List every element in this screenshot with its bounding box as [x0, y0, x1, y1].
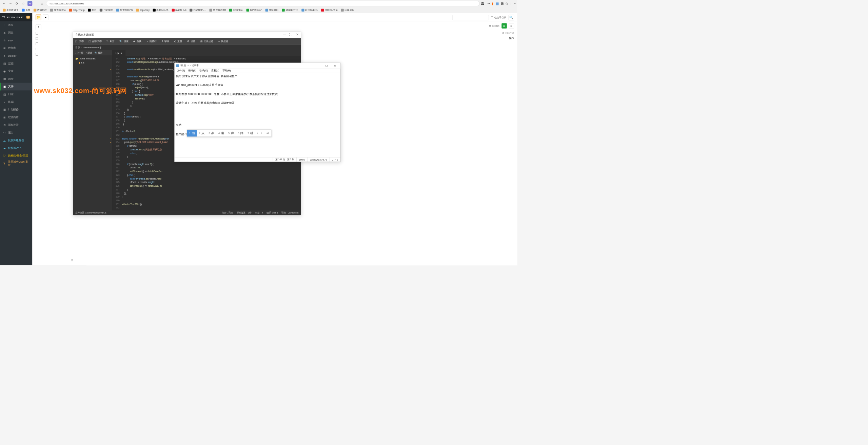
sidebar-item-软件商店[interactable]: ⊞软件商店 — [0, 113, 32, 121]
bookmark-item[interactable]: 麦克风测试 — [49, 8, 67, 12]
bookmark-item[interactable]: 代码加密-… — [189, 8, 208, 12]
bookmark-item[interactable]: 粉丝库/刷抖 — [300, 8, 319, 12]
reload-button[interactable]: ⟳ — [15, 1, 19, 6]
notepad-minimize[interactable]: — — [315, 63, 323, 68]
sidebar-item-退出[interactable]: ↪退出 — [0, 129, 32, 137]
sidebar-item-Docker[interactable]: ◈Docker — [0, 52, 32, 60]
sidebar-item-监控[interactable]: ▤监控 — [0, 60, 32, 68]
tree-search-button[interactable]: 🔍 搜索 — [95, 51, 102, 54]
tree-folder[interactable]: 📁 node_modules — [73, 57, 112, 61]
sidebar-item-安全[interactable]: ◉安全 — [0, 67, 32, 75]
editor-tool-搜索[interactable]: 🔍搜索 — [117, 38, 131, 44]
row-checkbox[interactable] — [36, 48, 38, 51]
ext-icon[interactable]: ⊞ — [501, 1, 504, 5]
notepad-close[interactable]: ✕ — [331, 63, 339, 68]
back-button[interactable]: ← — [2, 1, 6, 6]
ime-candidate[interactable]: 7穗 — [245, 130, 255, 136]
notepad-maximize[interactable]: ☐ — [323, 63, 331, 68]
upload-button[interactable]: ↑ — [36, 24, 41, 30]
ime-prev[interactable]: ‹ — [255, 131, 260, 135]
minimize-button[interactable]: — — [283, 33, 286, 37]
ime-next[interactable]: › — [260, 131, 264, 135]
bookmark-item[interactable]: 福彩快乐8 — [171, 8, 188, 12]
bookmark-item[interactable]: Bitly. The p — [68, 8, 86, 12]
more-icon[interactable]: ⋯ — [487, 1, 490, 5]
notepad-menu-item[interactable]: 编辑(E) — [186, 69, 198, 72]
bookmark-item[interactable]: 百度 — [21, 8, 32, 12]
sidebar-item-文件[interactable]: ▣文件 — [0, 83, 32, 91]
folder-tab-icon[interactable]: 📁 — [36, 14, 41, 20]
notepad-content[interactable]: 然后 如果有代币大于你设置的阈值 就会自动提币 var max_amount =… — [175, 73, 340, 157]
row-checkbox[interactable] — [36, 32, 38, 35]
editor-tool-快捷键[interactable]: ●快捷键 — [216, 38, 231, 44]
sidebar-item-终端[interactable]: ▸终端 — [0, 98, 32, 106]
ime-candidate[interactable]: 1随 — [187, 130, 197, 136]
sidebar-item-抗投诉VPS[interactable]: ☁抗投诉VPS — [0, 144, 32, 152]
sidebar-item-数据库[interactable]: ⊞数据库 — [0, 44, 32, 52]
sidebar-item-面板设置[interactable]: ⚙面板设置 — [0, 121, 32, 129]
sidebar-item-计划任务[interactable]: ☰计划任务 — [0, 106, 32, 114]
key-icon[interactable]: ⚿ — [481, 2, 485, 5]
bookmark-item[interactable]: http://pay — [135, 8, 151, 12]
ime-emoji[interactable]: ☺ — [264, 131, 272, 135]
ime-candidate[interactable]: 6隋 — [236, 130, 246, 136]
bookmark-item[interactable]: BIP39 助记 — [245, 8, 263, 12]
notepad-menu-item[interactable]: 查看(V) — [210, 69, 221, 72]
editor-tool-主题[interactable]: ◐主题 — [172, 38, 185, 44]
terminal-tab-icon[interactable]: ▸ — [43, 14, 48, 20]
sidebar-item-网站[interactable]: ⊕网站 — [0, 29, 32, 37]
row-checkbox[interactable] — [36, 53, 38, 56]
sidebar-item-WAF[interactable]: ▦WAF — [0, 75, 32, 83]
editor-tool-全部保存[interactable]: ⬚全部保存 — [86, 38, 104, 44]
bookmark-item[interactable]: Chaintool — [228, 8, 244, 12]
editor-tool-字体[interactable]: A字体 — [159, 38, 172, 44]
editor-tool-刷新[interactable]: ↻刷新 — [104, 38, 117, 44]
bookmark-item[interactable]: 登链社区 — [264, 8, 280, 12]
editor-tool-文件足迹[interactable]: ▤文件足迹 — [198, 38, 216, 44]
list-view-button[interactable]: ☰ — [509, 23, 514, 29]
notepad-menu-item[interactable]: 格式(O) — [198, 69, 210, 72]
notepad-menu-item[interactable]: 帮助(H) — [221, 69, 232, 72]
search-button[interactable]: 🔍 — [509, 15, 514, 21]
ime-candidate[interactable]: 2虽 — [197, 130, 207, 136]
ext-icon[interactable]: ▦ — [496, 1, 499, 5]
row-checkbox[interactable] — [36, 42, 38, 45]
sidebar-item-FTP[interactable]: ⇅FTP — [0, 37, 32, 44]
download-icon[interactable]: ↓ — [510, 2, 512, 5]
row-checkbox[interactable] — [36, 37, 38, 40]
sidebar-item-抗投诉服务器[interactable]: ☁抗投诉服务器 — [0, 136, 32, 144]
favorite-icon[interactable]: ☆ — [505, 1, 508, 5]
grid-view-button[interactable]: ⊞ — [501, 23, 507, 29]
sidebar-item-注册域名USDT支付[interactable]: ₮注册域名USDT支付 — [0, 160, 32, 167]
close-button[interactable]: ✕ — [296, 33, 299, 37]
close-tab-icon[interactable]: ✕ — [120, 52, 122, 54]
bookmark-item[interactable]: 垃圾刷粉 — [340, 8, 355, 12]
tree-new-button[interactable]: + 新建 — [86, 51, 92, 54]
home-button[interactable]: ⌂ — [21, 1, 26, 6]
bookmark-item[interactable]: 收藏栏栏 — [32, 8, 48, 12]
shield-icon[interactable]: ◇ — [40, 1, 44, 6]
include-subdir-checkbox[interactable]: 包含子目录 — [491, 16, 507, 19]
ime-candidate[interactable]: 5碎 — [226, 130, 236, 136]
maximize-button[interactable]: ⛶ — [289, 33, 293, 37]
tree-up-button[interactable]: ⬩ 上一级 — [75, 51, 83, 54]
bookmark-item[interactable]: 赛图 — [87, 8, 98, 12]
bookmark-item[interactable]: 推特粉-文化 — [320, 8, 339, 12]
ime-candidate[interactable]: 3岁 — [206, 130, 216, 136]
bookmark-item[interactable]: 代码加密 — [98, 8, 114, 12]
ext-icon[interactable]: ▮ — [492, 1, 493, 5]
ai-icon[interactable]: AI — [27, 1, 32, 6]
bookmark-item[interactable]: 手机收藏夹 — [2, 8, 20, 12]
sidebar-item-首页[interactable]: ⌂首页 — [0, 21, 32, 29]
sidebar-item-日志[interactable]: ▤日志 — [0, 90, 32, 98]
notepad-menu-item[interactable]: 文件(F) — [175, 69, 186, 72]
bookmark-item[interactable]: 1688刷评论 — [281, 8, 299, 12]
editor-tool-保存[interactable]: ⬚保存 — [73, 38, 86, 44]
tree-file[interactable]: ▮ f.js — [73, 61, 112, 65]
editor-tool-跳转行[interactable]: ↗跳转行 — [144, 38, 159, 44]
editor-tool-替换[interactable]: ⇄替换 — [131, 38, 144, 44]
editor-tab[interactable]: f.js ✕ — [112, 50, 125, 56]
ime-candidate[interactable]: 4遂 — [216, 130, 226, 136]
sidebar-item-跳板机/安全/高速[interactable]: 🛡跳板机/安全/高速 — [0, 152, 32, 160]
forward-button[interactable]: → — [8, 1, 13, 6]
